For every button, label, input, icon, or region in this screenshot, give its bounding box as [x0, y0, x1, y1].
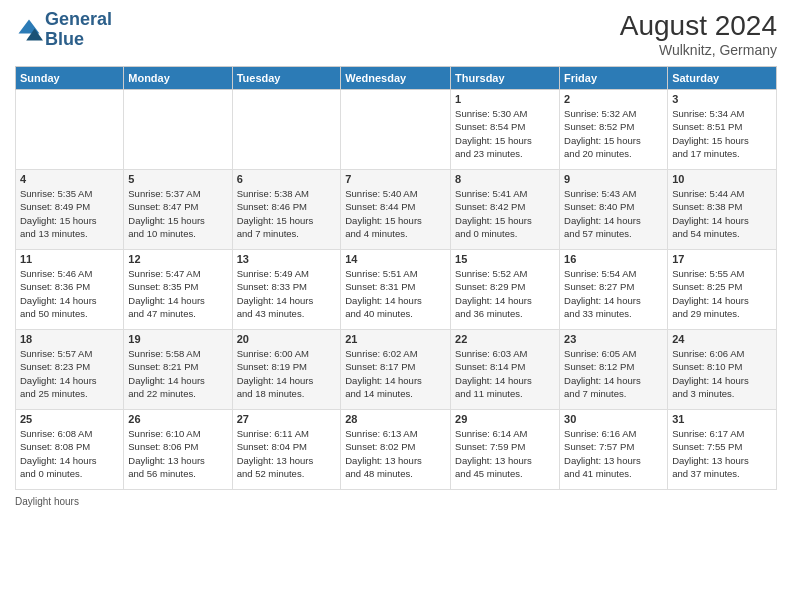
week-row-5: 25Sunrise: 6:08 AMSunset: 8:08 PMDayligh… — [16, 410, 777, 490]
day-number: 3 — [672, 93, 772, 105]
logo-text: General Blue — [45, 10, 112, 50]
day-info: Sunrise: 6:14 AMSunset: 7:59 PMDaylight:… — [455, 427, 555, 480]
day-cell: 26Sunrise: 6:10 AMSunset: 8:06 PMDayligh… — [124, 410, 232, 490]
day-number: 28 — [345, 413, 446, 425]
week-row-3: 11Sunrise: 5:46 AMSunset: 8:36 PMDayligh… — [16, 250, 777, 330]
day-cell: 15Sunrise: 5:52 AMSunset: 8:29 PMDayligh… — [451, 250, 560, 330]
day-info: Sunrise: 5:32 AMSunset: 8:52 PMDaylight:… — [564, 107, 663, 160]
day-number: 23 — [564, 333, 663, 345]
day-info: Sunrise: 5:30 AMSunset: 8:54 PMDaylight:… — [455, 107, 555, 160]
day-info: Sunrise: 5:40 AMSunset: 8:44 PMDaylight:… — [345, 187, 446, 240]
day-number: 11 — [20, 253, 119, 265]
header: General Blue August 2024 Wulknitz, Germa… — [15, 10, 777, 58]
day-number: 7 — [345, 173, 446, 185]
day-cell: 21Sunrise: 6:02 AMSunset: 8:17 PMDayligh… — [341, 330, 451, 410]
day-info: Sunrise: 6:03 AMSunset: 8:14 PMDaylight:… — [455, 347, 555, 400]
day-info: Sunrise: 5:46 AMSunset: 8:36 PMDaylight:… — [20, 267, 119, 320]
week-row-2: 4Sunrise: 5:35 AMSunset: 8:49 PMDaylight… — [16, 170, 777, 250]
day-cell: 25Sunrise: 6:08 AMSunset: 8:08 PMDayligh… — [16, 410, 124, 490]
day-number: 16 — [564, 253, 663, 265]
col-header-wednesday: Wednesday — [341, 67, 451, 90]
day-number: 22 — [455, 333, 555, 345]
day-cell: 3Sunrise: 5:34 AMSunset: 8:51 PMDaylight… — [668, 90, 777, 170]
day-info: Sunrise: 5:47 AMSunset: 8:35 PMDaylight:… — [128, 267, 227, 320]
day-cell: 11Sunrise: 5:46 AMSunset: 8:36 PMDayligh… — [16, 250, 124, 330]
day-info: Sunrise: 6:17 AMSunset: 7:55 PMDaylight:… — [672, 427, 772, 480]
day-number: 24 — [672, 333, 772, 345]
col-header-saturday: Saturday — [668, 67, 777, 90]
day-cell: 30Sunrise: 6:16 AMSunset: 7:57 PMDayligh… — [560, 410, 668, 490]
day-number: 15 — [455, 253, 555, 265]
day-number: 12 — [128, 253, 227, 265]
day-number: 30 — [564, 413, 663, 425]
page: General Blue August 2024 Wulknitz, Germa… — [0, 0, 792, 612]
day-info: Sunrise: 5:54 AMSunset: 8:27 PMDaylight:… — [564, 267, 663, 320]
day-cell: 8Sunrise: 5:41 AMSunset: 8:42 PMDaylight… — [451, 170, 560, 250]
location: Wulknitz, Germany — [620, 42, 777, 58]
day-info: Sunrise: 6:06 AMSunset: 8:10 PMDaylight:… — [672, 347, 772, 400]
day-number: 19 — [128, 333, 227, 345]
day-cell: 6Sunrise: 5:38 AMSunset: 8:46 PMDaylight… — [232, 170, 341, 250]
day-number: 20 — [237, 333, 337, 345]
day-number: 31 — [672, 413, 772, 425]
day-info: Sunrise: 5:55 AMSunset: 8:25 PMDaylight:… — [672, 267, 772, 320]
footer: Daylight hours — [15, 496, 777, 507]
day-cell: 17Sunrise: 5:55 AMSunset: 8:25 PMDayligh… — [668, 250, 777, 330]
day-info: Sunrise: 5:41 AMSunset: 8:42 PMDaylight:… — [455, 187, 555, 240]
day-number: 8 — [455, 173, 555, 185]
day-cell: 14Sunrise: 5:51 AMSunset: 8:31 PMDayligh… — [341, 250, 451, 330]
day-info: Sunrise: 6:02 AMSunset: 8:17 PMDaylight:… — [345, 347, 446, 400]
day-info: Sunrise: 5:51 AMSunset: 8:31 PMDaylight:… — [345, 267, 446, 320]
calendar-header-row: SundayMondayTuesdayWednesdayThursdayFrid… — [16, 67, 777, 90]
day-info: Sunrise: 6:16 AMSunset: 7:57 PMDaylight:… — [564, 427, 663, 480]
day-info: Sunrise: 6:13 AMSunset: 8:02 PMDaylight:… — [345, 427, 446, 480]
day-cell: 27Sunrise: 6:11 AMSunset: 8:04 PMDayligh… — [232, 410, 341, 490]
day-number: 27 — [237, 413, 337, 425]
day-info: Sunrise: 5:52 AMSunset: 8:29 PMDaylight:… — [455, 267, 555, 320]
day-number: 9 — [564, 173, 663, 185]
day-cell: 9Sunrise: 5:43 AMSunset: 8:40 PMDaylight… — [560, 170, 668, 250]
day-number: 26 — [128, 413, 227, 425]
day-cell — [232, 90, 341, 170]
month-year: August 2024 — [620, 10, 777, 42]
day-number: 13 — [237, 253, 337, 265]
day-info: Sunrise: 5:43 AMSunset: 8:40 PMDaylight:… — [564, 187, 663, 240]
day-cell: 31Sunrise: 6:17 AMSunset: 7:55 PMDayligh… — [668, 410, 777, 490]
day-cell: 28Sunrise: 6:13 AMSunset: 8:02 PMDayligh… — [341, 410, 451, 490]
day-cell: 13Sunrise: 5:49 AMSunset: 8:33 PMDayligh… — [232, 250, 341, 330]
day-cell: 19Sunrise: 5:58 AMSunset: 8:21 PMDayligh… — [124, 330, 232, 410]
day-number: 1 — [455, 93, 555, 105]
day-cell: 4Sunrise: 5:35 AMSunset: 8:49 PMDaylight… — [16, 170, 124, 250]
week-row-4: 18Sunrise: 5:57 AMSunset: 8:23 PMDayligh… — [16, 330, 777, 410]
day-number: 2 — [564, 93, 663, 105]
logo-line2: Blue — [45, 30, 112, 50]
title-block: August 2024 Wulknitz, Germany — [620, 10, 777, 58]
col-header-thursday: Thursday — [451, 67, 560, 90]
daylight-label: Daylight hours — [15, 496, 79, 507]
day-cell: 2Sunrise: 5:32 AMSunset: 8:52 PMDaylight… — [560, 90, 668, 170]
logo-line1: General — [45, 10, 112, 30]
day-cell: 22Sunrise: 6:03 AMSunset: 8:14 PMDayligh… — [451, 330, 560, 410]
day-info: Sunrise: 5:44 AMSunset: 8:38 PMDaylight:… — [672, 187, 772, 240]
day-info: Sunrise: 6:05 AMSunset: 8:12 PMDaylight:… — [564, 347, 663, 400]
day-cell: 23Sunrise: 6:05 AMSunset: 8:12 PMDayligh… — [560, 330, 668, 410]
day-info: Sunrise: 5:58 AMSunset: 8:21 PMDaylight:… — [128, 347, 227, 400]
day-cell: 18Sunrise: 5:57 AMSunset: 8:23 PMDayligh… — [16, 330, 124, 410]
day-info: Sunrise: 6:00 AMSunset: 8:19 PMDaylight:… — [237, 347, 337, 400]
day-cell: 7Sunrise: 5:40 AMSunset: 8:44 PMDaylight… — [341, 170, 451, 250]
day-info: Sunrise: 5:49 AMSunset: 8:33 PMDaylight:… — [237, 267, 337, 320]
day-cell: 20Sunrise: 6:00 AMSunset: 8:19 PMDayligh… — [232, 330, 341, 410]
day-number: 5 — [128, 173, 227, 185]
day-number: 21 — [345, 333, 446, 345]
col-header-sunday: Sunday — [16, 67, 124, 90]
day-cell — [341, 90, 451, 170]
day-info: Sunrise: 6:08 AMSunset: 8:08 PMDaylight:… — [20, 427, 119, 480]
day-info: Sunrise: 5:34 AMSunset: 8:51 PMDaylight:… — [672, 107, 772, 160]
day-number: 4 — [20, 173, 119, 185]
logo: General Blue — [15, 10, 112, 50]
day-cell: 29Sunrise: 6:14 AMSunset: 7:59 PMDayligh… — [451, 410, 560, 490]
day-number: 29 — [455, 413, 555, 425]
day-info: Sunrise: 5:37 AMSunset: 8:47 PMDaylight:… — [128, 187, 227, 240]
day-info: Sunrise: 6:11 AMSunset: 8:04 PMDaylight:… — [237, 427, 337, 480]
day-info: Sunrise: 5:35 AMSunset: 8:49 PMDaylight:… — [20, 187, 119, 240]
